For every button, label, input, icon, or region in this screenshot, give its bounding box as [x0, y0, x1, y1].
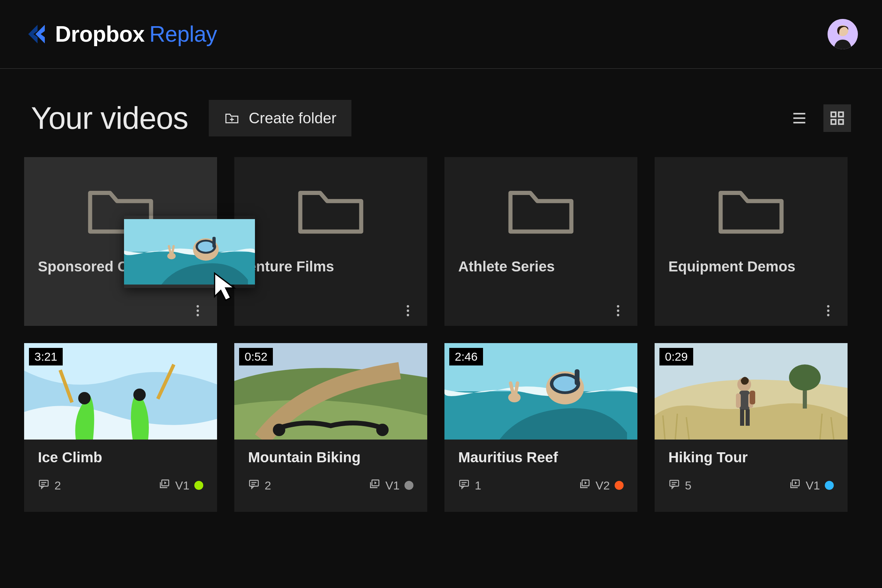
folder-plus-icon: [224, 110, 240, 126]
video-card[interactable]: 3:21 Ice Climb 2 V1: [24, 343, 217, 512]
comment-count-value: 5: [685, 479, 692, 492]
comment-count-value: 2: [54, 479, 61, 492]
brand: Dropbox Replay: [24, 21, 217, 47]
video-card[interactable]: 2:46 Mauritius Reef 1 V2: [444, 343, 638, 512]
comment-count[interactable]: 2: [248, 478, 271, 493]
video-meta: 5 V1: [655, 466, 848, 493]
brand-replay-icon: [24, 22, 49, 46]
version-label: V1: [175, 479, 189, 492]
version-label: V2: [596, 479, 610, 492]
svg-point-19: [617, 314, 620, 316]
user-avatar[interactable]: [828, 19, 858, 49]
version-icon: [579, 478, 591, 493]
folder-more-button[interactable]: [821, 304, 835, 318]
video-thumbnail[interactable]: 3:21: [24, 343, 217, 440]
folder-more-button[interactable]: [611, 304, 625, 318]
status-dot: [405, 481, 413, 490]
version-label: V1: [385, 479, 400, 492]
svg-point-14: [407, 305, 409, 308]
svg-rect-27: [249, 480, 258, 486]
folder-more-button[interactable]: [191, 304, 205, 318]
video-title: Ice Climb: [24, 440, 217, 466]
folder-icon: [505, 181, 577, 241]
duration-badge: 0:52: [239, 348, 273, 366]
svg-point-12: [197, 310, 199, 312]
folder-label: enture Films: [234, 258, 427, 275]
svg-point-13: [197, 314, 199, 316]
video-title: Mountain Biking: [234, 440, 427, 466]
comment-icon: [38, 478, 50, 493]
folder-card[interactable]: enture Films: [234, 157, 427, 326]
svg-rect-23: [39, 480, 48, 486]
video-meta: 2 V1: [234, 466, 427, 493]
version-indicator[interactable]: V1: [159, 478, 203, 493]
video-title: Hiking Tour: [655, 440, 848, 466]
brand-name-1: Dropbox: [55, 21, 145, 47]
folder-card[interactable]: Equipment Demos: [655, 157, 848, 326]
create-folder-button[interactable]: Create folder: [209, 100, 351, 136]
comment-icon: [248, 478, 260, 493]
svg-point-20: [827, 305, 830, 308]
title-row: Your videos Create folder: [0, 69, 882, 157]
svg-point-17: [617, 305, 620, 308]
app-header: Dropbox Replay: [0, 0, 882, 69]
video-card[interactable]: 0:29 Hiking Tour 5 V1: [655, 343, 848, 512]
list-icon: [790, 109, 808, 127]
svg-point-21: [827, 310, 830, 312]
svg-rect-9: [831, 120, 836, 124]
content-grid: Sponsored Con enture Films Athlete Serie…: [0, 157, 882, 512]
svg-rect-35: [670, 480, 679, 486]
video-meta: 1 V2: [444, 466, 638, 493]
svg-point-15: [407, 310, 409, 312]
video-title: Mauritius Reef: [444, 440, 638, 466]
video-card[interactable]: 0:52 Mountain Biking 2 V1: [234, 343, 427, 512]
video-thumbnail[interactable]: 2:46: [444, 343, 638, 440]
svg-point-11: [197, 305, 199, 308]
brand-text: Dropbox Replay: [55, 21, 217, 47]
folder-label: Equipment Demos: [655, 258, 848, 275]
grid-view-button[interactable]: [824, 104, 851, 132]
version-icon: [369, 478, 380, 493]
status-dot: [194, 481, 203, 490]
folder-card[interactable]: Sponsored Con: [24, 157, 217, 326]
duration-badge: 2:46: [449, 348, 483, 366]
page-title: Your videos: [31, 100, 188, 136]
comment-icon: [668, 478, 680, 493]
status-dot: [825, 481, 834, 490]
svg-rect-8: [838, 112, 843, 117]
comment-count[interactable]: 2: [38, 478, 61, 493]
version-indicator[interactable]: V1: [369, 478, 413, 493]
brand-name-2: Replay: [150, 21, 217, 47]
comment-count-value: 2: [265, 479, 271, 492]
version-icon: [159, 478, 170, 493]
version-icon: [789, 478, 801, 493]
folder-icon: [84, 181, 157, 241]
duration-badge: 3:21: [29, 348, 63, 366]
folder-icon: [715, 181, 787, 241]
folder-more-button[interactable]: [401, 304, 415, 318]
comment-count[interactable]: 5: [668, 478, 692, 493]
comment-icon: [458, 478, 470, 493]
list-view-button[interactable]: [786, 104, 813, 132]
create-folder-label: Create folder: [249, 110, 336, 127]
comment-count-value: 1: [475, 479, 481, 492]
grid-icon: [828, 109, 846, 127]
video-thumbnail[interactable]: 0:52: [234, 343, 427, 440]
video-meta: 2 V1: [24, 466, 217, 493]
svg-rect-31: [460, 480, 469, 486]
video-thumbnail[interactable]: 0:29: [655, 343, 848, 440]
duration-badge: 0:29: [659, 348, 693, 366]
app-root: Dropbox Replay Your videos Cre: [0, 0, 882, 588]
version-indicator[interactable]: V1: [789, 478, 834, 493]
svg-rect-10: [838, 120, 843, 124]
svg-point-22: [827, 314, 830, 316]
comment-count[interactable]: 1: [458, 478, 481, 493]
version-label: V1: [806, 479, 820, 492]
status-dot: [615, 481, 624, 490]
folder-icon: [295, 181, 367, 241]
folder-label: Sponsored Con: [24, 258, 217, 275]
folder-card[interactable]: Athlete Series: [444, 157, 638, 326]
version-indicator[interactable]: V2: [579, 478, 624, 493]
svg-point-18: [617, 310, 620, 312]
svg-rect-7: [831, 112, 836, 117]
